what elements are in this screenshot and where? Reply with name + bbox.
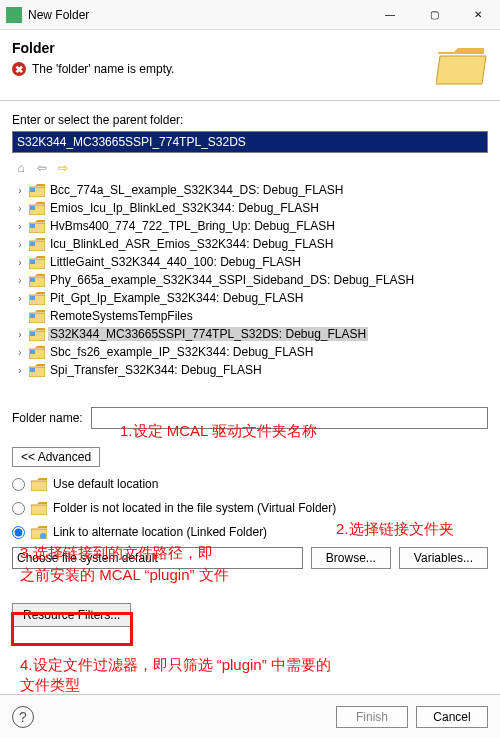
finish-button[interactable]: Finish — [336, 706, 408, 728]
virtual-folder-icon — [31, 501, 47, 515]
project-folder-icon — [29, 255, 45, 269]
tree-row[interactable]: ›Phy_665a_example_S32K344_SSPI_Sideband_… — [12, 271, 488, 289]
tree-label: HvBms400_774_722_TPL_Bring_Up: Debug_FLA… — [48, 219, 337, 233]
expand-icon[interactable]: › — [14, 221, 26, 232]
tree-row[interactable]: RemoteSystemsTempFiles — [12, 307, 488, 325]
cancel-button[interactable]: Cancel — [416, 706, 488, 728]
link-path-input[interactable] — [12, 547, 303, 569]
project-tree[interactable]: ›Bcc_774a_SL_example_S32K344_DS: Debug_F… — [12, 181, 488, 393]
svg-rect-2 — [30, 224, 35, 228]
tree-label: Emios_Icu_Ip_BlinkLed_S32K344: Debug_FLA… — [48, 201, 321, 215]
svg-rect-5 — [30, 278, 35, 282]
tree-label: S32K344_MC33665SSPI_774TPL_S32DS: Debug_… — [48, 327, 368, 341]
project-folder-icon — [29, 237, 45, 251]
tree-label: Icu_BlinkLed_ASR_Emios_S32K344: Debug_FL… — [48, 237, 336, 251]
project-folder-icon — [29, 201, 45, 215]
project-folder-icon — [29, 309, 45, 323]
folder-large-icon — [436, 44, 488, 86]
tree-label: Spi_Transfer_S32K344: Debug_FLASH — [48, 363, 264, 377]
app-icon — [6, 7, 22, 23]
folder-name-input[interactable] — [91, 407, 488, 429]
maximize-button[interactable]: ▢ — [412, 0, 456, 30]
help-icon[interactable]: ? — [12, 706, 34, 728]
svg-point-11 — [40, 533, 46, 539]
expand-icon[interactable]: › — [14, 347, 26, 358]
svg-rect-6 — [30, 296, 35, 300]
expand-icon[interactable]: › — [14, 365, 26, 376]
tree-row[interactable]: ›Spi_Transfer_S32K344: Debug_FLASH — [12, 361, 488, 379]
expand-icon[interactable]: › — [14, 203, 26, 214]
tree-row[interactable]: ›Emios_Icu_Ip_BlinkLed_S32K344: Debug_FL… — [12, 199, 488, 217]
project-folder-icon — [29, 345, 45, 359]
svg-rect-8 — [30, 332, 35, 336]
close-button[interactable]: ✕ — [456, 0, 500, 30]
linked-folder-label: Link to alternate location (Linked Folde… — [53, 525, 267, 539]
tree-label: Bcc_774a_SL_example_S32K344_DS: Debug_FL… — [48, 183, 346, 197]
tree-label: RemoteSystemsTempFiles — [48, 309, 195, 323]
folder-icon — [31, 477, 47, 491]
tree-label: LittleGaint_S32K344_440_100: Debug_FLASH — [48, 255, 303, 269]
tree-label: Sbc_fs26_example_IP_S32K344: Debug_FLASH — [48, 345, 316, 359]
parent-folder-label: Enter or select the parent folder: — [12, 113, 488, 127]
tree-row[interactable]: ›Bcc_774a_SL_example_S32K344_DS: Debug_F… — [12, 181, 488, 199]
virtual-folder-radio[interactable] — [12, 502, 25, 515]
header-error-text: The 'folder' name is empty. — [32, 62, 174, 76]
svg-rect-9 — [30, 350, 35, 354]
back-icon[interactable]: ⇦ — [33, 159, 51, 177]
tree-row[interactable]: ›S32K344_MC33665SSPI_774TPL_S32DS: Debug… — [12, 325, 488, 343]
project-folder-icon — [29, 273, 45, 287]
svg-rect-4 — [30, 260, 35, 264]
expand-icon[interactable]: › — [14, 239, 26, 250]
folder-name-label: Folder name: — [12, 411, 83, 425]
project-folder-icon — [29, 327, 45, 341]
title-bar: New Folder ― ▢ ✕ — [0, 0, 500, 30]
project-folder-icon — [29, 183, 45, 197]
svg-rect-1 — [30, 206, 35, 210]
home-icon[interactable]: ⌂ — [12, 159, 30, 177]
project-folder-icon — [29, 363, 45, 377]
project-folder-icon — [29, 219, 45, 233]
minimize-button[interactable]: ― — [368, 0, 412, 30]
tree-row[interactable]: ›Sbc_fs26_example_IP_S32K344: Debug_FLAS… — [12, 343, 488, 361]
annotation-4b: 文件类型 — [20, 676, 80, 695]
tree-row[interactable]: ›HvBms400_774_722_TPL_Bring_Up: Debug_FL… — [12, 217, 488, 235]
annotation-4a: 4.设定文件过滤器，即只筛选 “plugin” 中需要的 — [20, 656, 331, 675]
svg-rect-10 — [30, 368, 35, 372]
linked-folder-icon — [31, 525, 47, 539]
dialog-header: Folder ✖ The 'folder' name is empty. — [0, 30, 500, 100]
advanced-toggle-button[interactable]: << Advanced — [12, 447, 100, 467]
expand-icon[interactable]: › — [14, 293, 26, 304]
expand-icon[interactable]: › — [14, 185, 26, 196]
resource-filters-button[interactable]: Resource Filters... — [12, 603, 131, 627]
svg-rect-3 — [30, 242, 35, 246]
use-default-location-label: Use default location — [53, 477, 158, 491]
forward-icon[interactable]: ⇨ — [54, 159, 72, 177]
svg-rect-7 — [30, 314, 35, 318]
tree-label: Pit_Gpt_Ip_Example_S32K344: Debug_FLASH — [48, 291, 306, 305]
browse-button[interactable]: Browse... — [311, 547, 391, 569]
tree-row[interactable]: ›Pit_Gpt_Ip_Example_S32K344: Debug_FLASH — [12, 289, 488, 307]
window-title: New Folder — [28, 8, 368, 22]
expand-icon[interactable]: › — [14, 257, 26, 268]
breadcrumb-toolbar: ⌂ ⇦ ⇨ — [12, 159, 488, 177]
dialog-footer: ? Finish Cancel — [0, 694, 500, 738]
linked-folder-radio[interactable] — [12, 526, 25, 539]
expand-icon[interactable]: › — [14, 329, 26, 340]
virtual-folder-label: Folder is not located in the file system… — [53, 501, 336, 515]
expand-icon[interactable]: › — [14, 275, 26, 286]
project-folder-icon — [29, 291, 45, 305]
error-icon: ✖ — [12, 62, 26, 76]
parent-folder-input[interactable] — [12, 131, 488, 153]
svg-rect-0 — [30, 188, 35, 192]
tree-row[interactable]: ›Icu_BlinkLed_ASR_Emios_S32K344: Debug_F… — [12, 235, 488, 253]
tree-label: Phy_665a_example_S32K344_SSPI_Sideband_D… — [48, 273, 416, 287]
use-default-location-radio[interactable] — [12, 478, 25, 491]
tree-row[interactable]: ›LittleGaint_S32K344_440_100: Debug_FLAS… — [12, 253, 488, 271]
variables-button[interactable]: Variables... — [399, 547, 488, 569]
header-title: Folder — [12, 40, 436, 56]
